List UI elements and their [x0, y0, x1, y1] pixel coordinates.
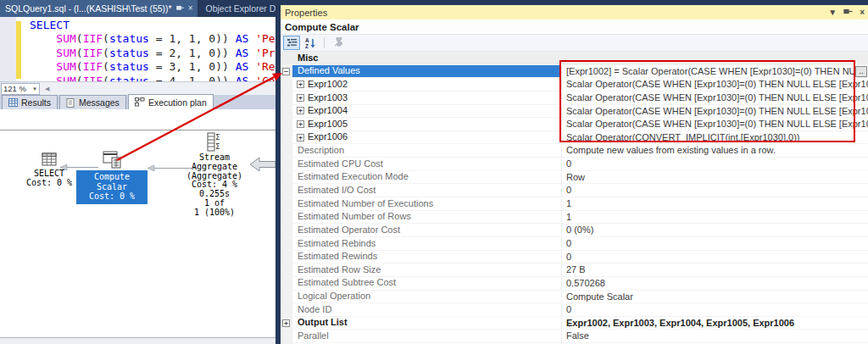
property-name-cell[interactable]: +Expr1003 — [292, 92, 562, 104]
property-name: Estimated Execution Mode — [298, 171, 409, 184]
property-row[interactable]: Estimated Number of Rows 1 — [281, 211, 868, 225]
property-name-cell[interactable]: Estimated Operator Cost — [292, 224, 562, 236]
property-pages-button[interactable] — [329, 36, 346, 50]
property-name-cell[interactable]: Estimated CPU Cost — [292, 158, 562, 170]
property-name-cell[interactable]: +Expr1006 — [292, 131, 562, 144]
property-value-cell[interactable]: [Expr1002] = Scalar Operator(CASE WHEN [… — [562, 65, 868, 78]
property-value-cell[interactable]: 0 — [562, 303, 868, 316]
property-value-cell[interactable]: 0 — [562, 184, 868, 197]
property-row[interactable]: Estimated Subtree Cost 0.570268 — [281, 277, 868, 291]
pin-icon[interactable] — [843, 8, 853, 17]
property-name-cell[interactable]: Estimated I/O Cost — [292, 184, 562, 197]
scroll-left-icon[interactable]: ◀ — [45, 86, 49, 92]
property-name-cell[interactable]: Estimated Execution Mode — [292, 171, 562, 184]
zoom-level-label: 121 % — [3, 84, 26, 93]
expander-icon[interactable]: + — [297, 107, 304, 114]
property-row[interactable]: − Defined Values [Expr1002] = Scalar Ope… — [281, 65, 868, 79]
property-row[interactable]: + Output List Expr1002, Expr1003, Expr10… — [281, 317, 868, 330]
ellipsis-button[interactable]: .. — [855, 66, 867, 77]
property-name-cell[interactable]: Description — [292, 144, 562, 157]
property-name-cell[interactable]: +Expr1002 — [292, 78, 562, 91]
property-name-cell[interactable]: Parallel — [292, 330, 562, 342]
property-value-cell[interactable]: 0 — [562, 237, 868, 250]
expander-icon[interactable]: − — [282, 68, 290, 75]
property-name-cell[interactable]: Output List — [292, 317, 562, 330]
property-name-cell[interactable]: +Expr1004 — [292, 105, 562, 118]
property-name-cell[interactable]: Defined Values — [292, 65, 562, 78]
property-value-cell[interactable]: Expr1002, Expr1003, Expr1004, Expr1005, … — [562, 317, 868, 330]
property-value-cell[interactable]: Scalar Operator(CASE WHEN [Expr1030]=(0)… — [562, 118, 868, 130]
toolbar-separator — [324, 37, 325, 48]
property-value-cell[interactable]: Compute Scalar — [562, 291, 868, 303]
row-margin — [281, 171, 292, 184]
alphabetical-sort-button[interactable]: AZ — [303, 36, 320, 50]
properties-title-bar[interactable]: Properties ▼ × — [281, 5, 868, 19]
property-value-cell[interactable]: False — [562, 330, 868, 342]
property-name-cell[interactable]: Estimated Rebinds — [292, 237, 562, 250]
property-name-cell[interactable]: Estimated Subtree Cost — [292, 277, 562, 290]
property-row[interactable]: Estimated Execution Mode Row — [281, 171, 868, 185]
property-name-cell[interactable]: Estimated Number of Executions — [292, 197, 562, 210]
property-name-cell[interactable]: Logical Operation — [292, 291, 562, 303]
property-row[interactable]: +Expr1004 Scalar Operator(CASE WHEN [Exp… — [281, 105, 868, 119]
expander-icon[interactable]: + — [282, 319, 290, 327]
property-value-cell[interactable]: Scalar Operator(CASE WHEN [Expr1030]=(0)… — [562, 105, 868, 118]
tab-execution-plan[interactable]: Execution plan — [128, 94, 214, 109]
property-name-cell[interactable]: Estimated Number of Rows — [292, 211, 562, 224]
property-row[interactable]: Estimated Rewinds 0 — [281, 251, 868, 264]
expander-icon[interactable]: + — [297, 134, 304, 141]
property-value-cell[interactable]: 0 (0%) — [562, 224, 868, 236]
property-name-cell[interactable]: Estimated Rewinds — [292, 251, 562, 264]
property-value-cell[interactable]: Scalar Operator(CONVERT_IMPLICIT(int,[Ex… — [562, 131, 868, 144]
property-name-cell[interactable]: Estimated Row Size — [292, 264, 562, 276]
property-name-cell[interactable]: +Expr1005 — [292, 118, 562, 130]
sql-editor[interactable]: SELECT SUM(IIF(status = 1, 1, 0)) AS 'Pe… — [0, 17, 275, 81]
property-row[interactable]: Description Compute new values from exis… — [281, 144, 868, 158]
results-grid-icon — [8, 98, 18, 107]
property-name-cell[interactable]: Node ID — [292, 303, 562, 316]
property-row[interactable]: Estimated Row Size 27 B — [281, 264, 868, 277]
property-row[interactable]: Logical Operation Compute Scalar — [281, 291, 868, 304]
pin-icon[interactable] — [176, 4, 184, 14]
property-value-cell[interactable]: 27 B — [562, 264, 868, 276]
expander-icon[interactable]: + — [297, 120, 304, 128]
property-value-cell[interactable]: Scalar Operator(CASE WHEN [Expr1030]=(0)… — [562, 92, 868, 104]
property-value-cell[interactable]: Scalar Operator(CASE WHEN [Expr1030]=(0)… — [562, 78, 868, 91]
property-row[interactable]: Misc — [281, 52, 868, 65]
window-position-icon[interactable]: ▼ — [828, 8, 837, 17]
tab-results[interactable]: Results — [2, 95, 58, 109]
property-row[interactable]: +Expr1005 Scalar Operator(CASE WHEN [Exp… — [281, 118, 868, 131]
property-value-cell[interactable]: 0.570268 — [562, 277, 868, 290]
property-name-cell[interactable]: Misc — [292, 52, 562, 64]
zoom-level-combo[interactable]: 121 % ▼ — [1, 83, 40, 95]
property-row[interactable]: Estimated Rebinds 0 — [281, 237, 868, 251]
property-row[interactable]: Estimated I/O Cost 0 — [281, 184, 868, 197]
property-value-cell[interactable]: 1 — [562, 211, 868, 224]
property-row[interactable]: +Expr1006 Scalar Operator(CONVERT_IMPLIC… — [281, 131, 868, 145]
property-row[interactable]: Estimated Number of Executions 1 — [281, 197, 868, 211]
close-icon[interactable]: × — [860, 8, 865, 17]
property-value-cell[interactable] — [562, 52, 868, 64]
property-value-cell[interactable]: Compute new values from existing values … — [562, 144, 868, 157]
row-margin — [281, 251, 292, 264]
plan-horizontal-scrollbar[interactable] — [0, 337, 275, 344]
property-row[interactable]: +Expr1003 Scalar Operator(CASE WHEN [Exp… — [281, 92, 868, 105]
property-row[interactable]: Estimated CPU Cost 0 — [281, 158, 868, 171]
tab-object-explorer-details[interactable]: Object Explorer Details — [198, 0, 275, 17]
close-icon[interactable]: × — [188, 4, 193, 13]
horizontal-scrollbar[interactable]: ◀ — [40, 82, 275, 95]
execution-plan-canvas[interactable]: SELECTCost: 0 % Compute ScalarCost: 0 % … — [0, 130, 275, 336]
property-row[interactable]: Parallel False — [281, 330, 868, 343]
property-value-cell[interactable]: Row — [562, 171, 868, 184]
expander-icon[interactable]: + — [297, 94, 304, 102]
expander-icon[interactable]: + — [297, 80, 304, 88]
property-row[interactable]: Estimated Operator Cost 0 (0%) — [281, 224, 868, 237]
tab-sqlquery1[interactable]: SQLQuery1.sql - (l...(KASHISH\Test (55))… — [0, 0, 198, 17]
property-row[interactable]: Node ID 0 — [281, 303, 868, 317]
property-value-cell[interactable]: 0 — [562, 251, 868, 264]
property-row[interactable]: +Expr1002 Scalar Operator(CASE WHEN [Exp… — [281, 78, 868, 92]
tab-messages[interactable]: Messages — [59, 95, 126, 109]
property-value-cell[interactable]: 1 — [562, 197, 868, 210]
property-value-cell[interactable]: 0 — [562, 158, 868, 170]
categorized-button[interactable] — [283, 36, 300, 50]
